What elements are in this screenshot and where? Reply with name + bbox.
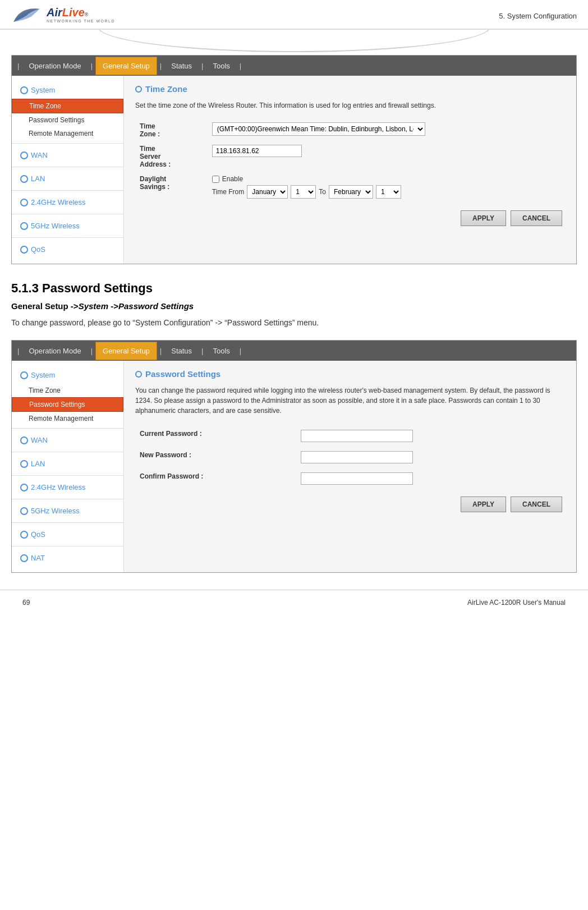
current-password-label: Current Password : bbox=[135, 424, 296, 445]
timezone-cancel-button[interactable]: CANCEL bbox=[511, 210, 562, 226]
brand-tagline: NETWORKING THE WORLD bbox=[47, 19, 115, 23]
sidebar-item-nat-2[interactable]: NAT bbox=[12, 549, 123, 567]
sidebar-2: System Time Zone Password Settings Remot… bbox=[12, 361, 124, 572]
sidebar-item-qos-1[interactable]: QoS bbox=[12, 241, 123, 258]
wireless5-icon-1 bbox=[20, 222, 28, 230]
month-to-select[interactable]: February bbox=[329, 185, 373, 199]
timezone-description: Set the time zone of the Wireless Router… bbox=[135, 100, 565, 111]
nav-item-tools-2[interactable]: Tools bbox=[206, 342, 237, 360]
nav-item-general-setup[interactable]: General Setup bbox=[95, 57, 157, 75]
sidebar-item-system-2[interactable]: System bbox=[12, 366, 123, 384]
new-password-input[interactable] bbox=[301, 451, 413, 463]
system-icon-1 bbox=[20, 86, 28, 94]
server-address-input[interactable] bbox=[212, 145, 302, 157]
confirm-password-input[interactable] bbox=[301, 472, 413, 485]
wan-icon-1 bbox=[20, 151, 28, 159]
month-from-select[interactable]: January bbox=[247, 185, 288, 199]
timezone-apply-button[interactable]: APPLY bbox=[461, 210, 506, 226]
qos-icon-1 bbox=[20, 246, 28, 254]
logo-area: Air Live ® NETWORKING THE WORLD bbox=[11, 4, 115, 24]
nat-icon-2 bbox=[20, 554, 28, 562]
section-paragraph: To change password, please go to “System… bbox=[11, 316, 577, 329]
sidebar-sub-timezone-1[interactable]: Time Zone bbox=[12, 99, 123, 113]
sidebar-item-lan-2[interactable]: LAN bbox=[12, 455, 123, 472]
sidebar-sub-remote-1[interactable]: Remote Management bbox=[12, 127, 123, 140]
password-section-icon bbox=[135, 371, 142, 378]
footer-manual-name: AirLive AC-1200R User's Manual bbox=[467, 599, 566, 606]
main-panel-timezone: Time Zone Set the time zone of the Wirel… bbox=[124, 76, 576, 264]
sidebar-item-5ghz-1[interactable]: 5GHz Wireless bbox=[12, 217, 123, 235]
daylight-label: DaylightSavings : bbox=[135, 172, 208, 202]
password-form: Current Password : New Password : Confir… bbox=[135, 424, 565, 488]
timezone-title: Time Zone bbox=[135, 84, 565, 94]
current-password-input[interactable] bbox=[301, 430, 413, 442]
server-address-label: TimeServerAddress : bbox=[135, 141, 208, 172]
section-heading-2: General Setup ->System ->Password Settin… bbox=[11, 301, 577, 311]
daylight-enable-row: Enable bbox=[212, 175, 243, 183]
lan-icon-2 bbox=[20, 460, 28, 468]
lan-icon-1 bbox=[20, 175, 28, 183]
timezone-section-icon bbox=[135, 86, 142, 93]
timezone-button-row: APPLY CANCEL bbox=[135, 210, 565, 226]
main-panel-password: Password Settings You can change the pas… bbox=[124, 361, 576, 572]
logo-wing-icon bbox=[11, 4, 42, 24]
timezone-form: TimeZone : (GMT+00:00)Greenwich Mean Tim… bbox=[135, 119, 565, 202]
brand-logo: Air Live ® NETWORKING THE WORLD bbox=[47, 6, 115, 23]
page-chapter: 5. System Configuration bbox=[499, 9, 577, 20]
sidebar-sub-timezone-2[interactable]: Time Zone bbox=[12, 384, 123, 397]
router-panel-timezone: | Operation Mode | General Setup | Statu… bbox=[11, 55, 577, 264]
nav-item-operation-mode[interactable]: Operation Mode bbox=[22, 57, 88, 75]
footer-page-number: 69 bbox=[22, 599, 30, 606]
daylight-checkbox[interactable] bbox=[212, 176, 219, 183]
wireless5-icon-2 bbox=[20, 507, 28, 515]
sidebar-item-24ghz-2[interactable]: 2.4GHz Wireless bbox=[12, 479, 123, 496]
timezone-field-label: TimeZone : bbox=[135, 119, 208, 141]
sidebar-sub-password-2[interactable]: Password Settings bbox=[12, 397, 123, 412]
day-to-select[interactable]: 1 bbox=[376, 185, 401, 199]
sidebar-item-lan-1[interactable]: LAN bbox=[12, 170, 123, 187]
sidebar-sub-remote-2[interactable]: Remote Management bbox=[12, 412, 123, 425]
password-cancel-button[interactable]: CANCEL bbox=[511, 497, 562, 512]
section-heading-1: 5.1.3 Password Settings bbox=[11, 281, 577, 296]
nav-item-general-setup-2[interactable]: General Setup bbox=[95, 342, 157, 360]
to-label: To bbox=[319, 188, 326, 196]
wan-icon-2 bbox=[20, 436, 28, 444]
system-icon-2 bbox=[20, 371, 28, 379]
sidebar-item-24ghz-1[interactable]: 2.4GHz Wireless bbox=[12, 194, 123, 211]
password-button-row: APPLY CANCEL bbox=[135, 497, 565, 512]
nav-item-status-2[interactable]: Status bbox=[164, 342, 199, 360]
nav-bar-2: | Operation Mode | General Setup | Statu… bbox=[12, 341, 576, 361]
sidebar-item-wan-1[interactable]: WAN bbox=[12, 146, 123, 164]
nav-item-status[interactable]: Status bbox=[164, 57, 199, 75]
password-title: Password Settings bbox=[135, 369, 565, 379]
nav-bar-1: | Operation Mode | General Setup | Statu… bbox=[12, 56, 576, 76]
confirm-password-label: Confirm Password : bbox=[135, 467, 296, 488]
sidebar-item-system-1[interactable]: System bbox=[12, 81, 123, 99]
wireless24-icon-1 bbox=[20, 199, 28, 206]
nav-item-operation-mode-2[interactable]: Operation Mode bbox=[22, 342, 88, 360]
page-footer: 69 AirLive AC-1200R User's Manual bbox=[0, 590, 588, 615]
router-panel-password: | Operation Mode | General Setup | Statu… bbox=[11, 340, 577, 573]
wireless24-icon-2 bbox=[20, 484, 28, 491]
password-apply-button[interactable]: APPLY bbox=[461, 497, 506, 512]
sidebar-item-qos-2[interactable]: QoS bbox=[12, 526, 123, 543]
daylight-enable-label: Enable bbox=[222, 175, 243, 183]
password-description: You can change the password required whi… bbox=[135, 385, 565, 416]
timezone-select[interactable]: (GMT+00:00)Greenwich Mean Time: Dublin, … bbox=[212, 122, 425, 136]
sidebar-item-wan-2[interactable]: WAN bbox=[12, 431, 123, 449]
timefrom-label: Time From bbox=[212, 188, 245, 196]
day-from-select[interactable]: 1 bbox=[291, 185, 316, 199]
nav-item-tools[interactable]: Tools bbox=[206, 57, 237, 75]
decorative-arc bbox=[11, 30, 577, 55]
sidebar-sub-password-1[interactable]: Password Settings bbox=[12, 113, 123, 127]
sidebar-item-5ghz-2[interactable]: 5GHz Wireless bbox=[12, 502, 123, 520]
qos-icon-2 bbox=[20, 531, 28, 539]
new-password-label: New Password : bbox=[135, 445, 296, 467]
sidebar-1: System Time Zone Password Settings Remot… bbox=[12, 76, 124, 264]
